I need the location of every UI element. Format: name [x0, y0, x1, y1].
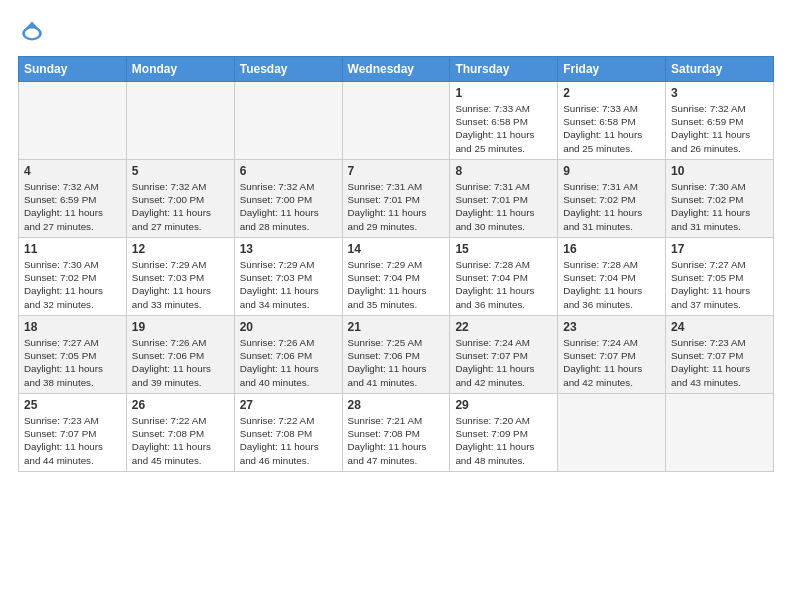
day-number: 22: [455, 320, 552, 334]
day-info: Sunrise: 7:20 AMSunset: 7:09 PMDaylight:…: [455, 414, 552, 467]
calendar-cell: [558, 394, 666, 472]
calendar-cell: 14Sunrise: 7:29 AMSunset: 7:04 PMDayligh…: [342, 238, 450, 316]
day-info: Sunrise: 7:22 AMSunset: 7:08 PMDaylight:…: [240, 414, 337, 467]
calendar-cell: 15Sunrise: 7:28 AMSunset: 7:04 PMDayligh…: [450, 238, 558, 316]
header-day-friday: Friday: [558, 57, 666, 82]
calendar-cell: 29Sunrise: 7:20 AMSunset: 7:09 PMDayligh…: [450, 394, 558, 472]
calendar-cell: 27Sunrise: 7:22 AMSunset: 7:08 PMDayligh…: [234, 394, 342, 472]
day-number: 13: [240, 242, 337, 256]
calendar-cell: 16Sunrise: 7:28 AMSunset: 7:04 PMDayligh…: [558, 238, 666, 316]
day-info: Sunrise: 7:33 AMSunset: 6:58 PMDaylight:…: [455, 102, 552, 155]
calendar-cell: 5Sunrise: 7:32 AMSunset: 7:00 PMDaylight…: [126, 160, 234, 238]
day-number: 12: [132, 242, 229, 256]
day-number: 16: [563, 242, 660, 256]
day-info: Sunrise: 7:26 AMSunset: 7:06 PMDaylight:…: [240, 336, 337, 389]
day-info: Sunrise: 7:24 AMSunset: 7:07 PMDaylight:…: [563, 336, 660, 389]
calendar-cell: 13Sunrise: 7:29 AMSunset: 7:03 PMDayligh…: [234, 238, 342, 316]
day-number: 19: [132, 320, 229, 334]
calendar-cell: [126, 82, 234, 160]
day-info: Sunrise: 7:32 AMSunset: 6:59 PMDaylight:…: [24, 180, 121, 233]
day-info: Sunrise: 7:28 AMSunset: 7:04 PMDaylight:…: [455, 258, 552, 311]
day-number: 26: [132, 398, 229, 412]
day-info: Sunrise: 7:29 AMSunset: 7:04 PMDaylight:…: [348, 258, 445, 311]
calendar-cell: 6Sunrise: 7:32 AMSunset: 7:00 PMDaylight…: [234, 160, 342, 238]
page: SundayMondayTuesdayWednesdayThursdayFrid…: [0, 0, 792, 482]
day-info: Sunrise: 7:29 AMSunset: 7:03 PMDaylight:…: [240, 258, 337, 311]
day-number: 4: [24, 164, 121, 178]
day-info: Sunrise: 7:32 AMSunset: 7:00 PMDaylight:…: [240, 180, 337, 233]
day-number: 21: [348, 320, 445, 334]
header-day-thursday: Thursday: [450, 57, 558, 82]
day-number: 28: [348, 398, 445, 412]
calendar-cell: 9Sunrise: 7:31 AMSunset: 7:02 PMDaylight…: [558, 160, 666, 238]
calendar-week-2: 4Sunrise: 7:32 AMSunset: 6:59 PMDaylight…: [19, 160, 774, 238]
day-number: 27: [240, 398, 337, 412]
calendar-cell: 4Sunrise: 7:32 AMSunset: 6:59 PMDaylight…: [19, 160, 127, 238]
header-day-wednesday: Wednesday: [342, 57, 450, 82]
day-number: 8: [455, 164, 552, 178]
calendar-cell: 24Sunrise: 7:23 AMSunset: 7:07 PMDayligh…: [666, 316, 774, 394]
logo: [18, 18, 52, 46]
calendar-cell: [234, 82, 342, 160]
day-number: 9: [563, 164, 660, 178]
day-info: Sunrise: 7:25 AMSunset: 7:06 PMDaylight:…: [348, 336, 445, 389]
day-info: Sunrise: 7:32 AMSunset: 6:59 PMDaylight:…: [671, 102, 768, 155]
day-info: Sunrise: 7:22 AMSunset: 7:08 PMDaylight:…: [132, 414, 229, 467]
calendar-cell: 3Sunrise: 7:32 AMSunset: 6:59 PMDaylight…: [666, 82, 774, 160]
calendar-cell: 1Sunrise: 7:33 AMSunset: 6:58 PMDaylight…: [450, 82, 558, 160]
calendar-cell: 26Sunrise: 7:22 AMSunset: 7:08 PMDayligh…: [126, 394, 234, 472]
day-number: 29: [455, 398, 552, 412]
day-number: 17: [671, 242, 768, 256]
day-number: 25: [24, 398, 121, 412]
day-number: 18: [24, 320, 121, 334]
calendar-week-4: 18Sunrise: 7:27 AMSunset: 7:05 PMDayligh…: [19, 316, 774, 394]
calendar-week-5: 25Sunrise: 7:23 AMSunset: 7:07 PMDayligh…: [19, 394, 774, 472]
day-number: 20: [240, 320, 337, 334]
header-day-monday: Monday: [126, 57, 234, 82]
day-info: Sunrise: 7:26 AMSunset: 7:06 PMDaylight:…: [132, 336, 229, 389]
day-number: 6: [240, 164, 337, 178]
day-number: 23: [563, 320, 660, 334]
calendar-cell: 22Sunrise: 7:24 AMSunset: 7:07 PMDayligh…: [450, 316, 558, 394]
calendar-cell: 8Sunrise: 7:31 AMSunset: 7:01 PMDaylight…: [450, 160, 558, 238]
calendar-cell: 7Sunrise: 7:31 AMSunset: 7:01 PMDaylight…: [342, 160, 450, 238]
calendar: SundayMondayTuesdayWednesdayThursdayFrid…: [18, 56, 774, 472]
day-info: Sunrise: 7:27 AMSunset: 7:05 PMDaylight:…: [671, 258, 768, 311]
day-info: Sunrise: 7:21 AMSunset: 7:08 PMDaylight:…: [348, 414, 445, 467]
day-info: Sunrise: 7:30 AMSunset: 7:02 PMDaylight:…: [24, 258, 121, 311]
header-day-saturday: Saturday: [666, 57, 774, 82]
svg-point-2: [25, 29, 39, 39]
calendar-cell: [342, 82, 450, 160]
calendar-cell: 21Sunrise: 7:25 AMSunset: 7:06 PMDayligh…: [342, 316, 450, 394]
header-day-sunday: Sunday: [19, 57, 127, 82]
calendar-cell: [666, 394, 774, 472]
header-day-tuesday: Tuesday: [234, 57, 342, 82]
day-info: Sunrise: 7:31 AMSunset: 7:01 PMDaylight:…: [348, 180, 445, 233]
day-info: Sunrise: 7:31 AMSunset: 7:02 PMDaylight:…: [563, 180, 660, 233]
calendar-cell: 20Sunrise: 7:26 AMSunset: 7:06 PMDayligh…: [234, 316, 342, 394]
logo-icon: [18, 18, 46, 46]
day-number: 1: [455, 86, 552, 100]
day-info: Sunrise: 7:29 AMSunset: 7:03 PMDaylight:…: [132, 258, 229, 311]
day-info: Sunrise: 7:24 AMSunset: 7:07 PMDaylight:…: [455, 336, 552, 389]
calendar-cell: 23Sunrise: 7:24 AMSunset: 7:07 PMDayligh…: [558, 316, 666, 394]
calendar-cell: 17Sunrise: 7:27 AMSunset: 7:05 PMDayligh…: [666, 238, 774, 316]
calendar-cell: 11Sunrise: 7:30 AMSunset: 7:02 PMDayligh…: [19, 238, 127, 316]
day-number: 24: [671, 320, 768, 334]
day-number: 11: [24, 242, 121, 256]
header-area: [18, 18, 774, 46]
calendar-week-1: 1Sunrise: 7:33 AMSunset: 6:58 PMDaylight…: [19, 82, 774, 160]
day-number: 3: [671, 86, 768, 100]
day-number: 15: [455, 242, 552, 256]
day-info: Sunrise: 7:27 AMSunset: 7:05 PMDaylight:…: [24, 336, 121, 389]
calendar-week-3: 11Sunrise: 7:30 AMSunset: 7:02 PMDayligh…: [19, 238, 774, 316]
day-number: 7: [348, 164, 445, 178]
day-number: 10: [671, 164, 768, 178]
day-number: 2: [563, 86, 660, 100]
day-number: 5: [132, 164, 229, 178]
calendar-cell: 19Sunrise: 7:26 AMSunset: 7:06 PMDayligh…: [126, 316, 234, 394]
day-number: 14: [348, 242, 445, 256]
calendar-cell: 28Sunrise: 7:21 AMSunset: 7:08 PMDayligh…: [342, 394, 450, 472]
day-info: Sunrise: 7:23 AMSunset: 7:07 PMDaylight:…: [671, 336, 768, 389]
day-info: Sunrise: 7:23 AMSunset: 7:07 PMDaylight:…: [24, 414, 121, 467]
